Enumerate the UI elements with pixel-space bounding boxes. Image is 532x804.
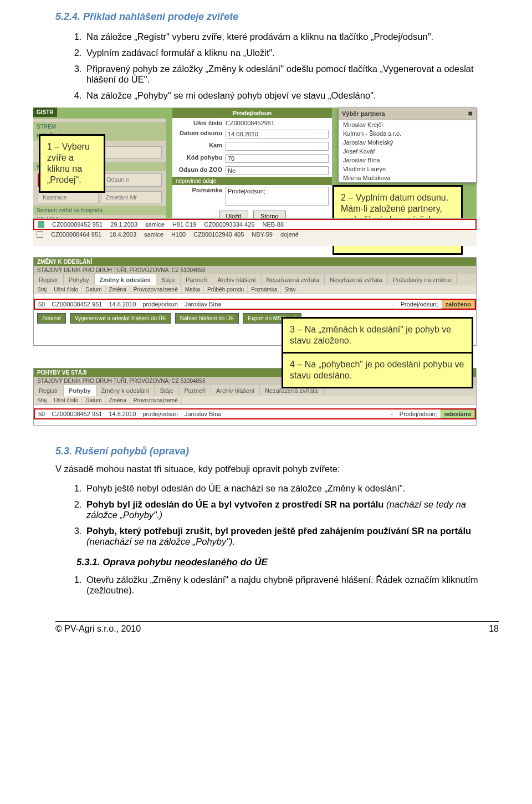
footer-copyright: © PV-Agri s.r.o., 2010 xyxy=(55,624,141,634)
step-2: Vyplním zadávací formulář a kliknu na „U… xyxy=(84,48,499,58)
tab-archiv[interactable]: Archiv hlášení xyxy=(212,274,261,285)
item-531-1: Otevřu záložku „Změny k odeslání" a najd… xyxy=(84,575,499,596)
p2-title: ZMĚNY K ODESLÁNÍ xyxy=(34,258,476,266)
datum-odsunu-input[interactable]: 14.08.2010 xyxy=(226,130,329,139)
status-badge-zalozeno: založeno xyxy=(442,300,475,309)
grid-row-selected[interactable]: CZ000008452 95129.1.2003samiceH81 C19CZ0… xyxy=(33,219,477,230)
kastrace-button[interactable]: Kastrace xyxy=(38,191,99,203)
p2-data-row[interactable]: 50CZ000008452 95114.8.2010prodej/odsunJa… xyxy=(34,299,476,310)
kod-pohybu-input[interactable]: 70 xyxy=(226,154,329,163)
nahled-button[interactable]: Náhled hlášení do ÚE xyxy=(175,313,239,324)
partner-item[interactable]: Kulmon - Škoda s.r.o. xyxy=(339,129,476,138)
partner-item[interactable]: Milena Mužáková xyxy=(339,173,476,182)
prodej-odsun-form: Prodej/odsun Ušní čísloCZ000008452951 Da… xyxy=(172,107,332,235)
p2-subtitle: STÁJOVÝ DENÍK PRO DRUH TUŘI, PROVOZOVNA:… xyxy=(34,266,476,274)
partner-item[interactable]: Josef Kovář xyxy=(339,147,476,156)
heading-524: 5.2.4. Příklad nahlášení prodeje zvířete xyxy=(55,11,499,23)
p3-thead: StájUšní čísloDatumZměnaProvozovna/země xyxy=(34,396,476,405)
p3-data-row[interactable]: 50CZ000008452 95114.8.2010prodej/odsunJa… xyxy=(34,408,476,419)
datum-odsunu-label: Datum odsunu xyxy=(176,130,226,139)
tab-nevyrazena[interactable]: Nevyřazená zvířata xyxy=(325,274,388,285)
list-53: Pohyb ještě nebyl odeslán do ÚE a nacház… xyxy=(55,483,499,547)
item-53-2: Pohyb byl již odeslán do ÚE a byl vytvoř… xyxy=(84,499,499,520)
annotation-3: 3 – Na „změnách k odeslání" je pohyb ve … xyxy=(282,317,473,354)
poznamka-label: Poznámka xyxy=(176,187,226,206)
tab-staje[interactable]: Stáje xyxy=(156,274,181,285)
heading-531: 5.3.1. Oprava pohybu neodeslaného do ÚE xyxy=(76,557,499,568)
partner-popup-title: Výběr partnera xyxy=(342,110,385,117)
p2-tabs: Registr Pohyby Změny k odeslání Stáje Pa… xyxy=(34,274,476,285)
form-title: Prodej/odsun xyxy=(172,108,332,118)
p2-thead: StájUšní čísloDatumZměnaProvozovna/zeměM… xyxy=(34,285,476,294)
panel-prodej-odsun: GISTR STREM H TUŘI, A Změny adné naro Pr… xyxy=(33,107,477,246)
checkbox-icon[interactable] xyxy=(38,221,44,228)
zmetani-button[interactable]: Zmetání Mr xyxy=(101,191,162,203)
annotation-4: 4 – Na „pohybech" je po odeslání pohybu … xyxy=(282,354,473,388)
zoo-label: Odsun do ZOO xyxy=(176,166,226,175)
tab-zmeny-k-odeslani[interactable]: Změny k odeslání xyxy=(95,274,156,285)
checkbox-icon[interactable] xyxy=(37,231,43,238)
step-4: Na záložce „Pohyby" se mi odeslaný pohyb… xyxy=(84,90,499,101)
tab-pohyby[interactable]: Pohyby xyxy=(64,385,96,396)
tab-registr[interactable]: Registr xyxy=(34,385,64,396)
list-531: Otevřu záložku „Změny k odeslání" a najd… xyxy=(55,575,499,596)
tab-archiv[interactable]: Archiv hlášení xyxy=(211,385,260,396)
item-53-3: Pohyb, který potřebuji zrušit, byl prove… xyxy=(84,526,499,547)
seznam-bar: Seznam zvířat na hospoda xyxy=(33,206,166,215)
close-icon[interactable]: ✖ xyxy=(468,110,473,117)
para-53-intro: V zásadě mohou nastat tři situace, kdy p… xyxy=(55,464,499,474)
kam-input[interactable] xyxy=(226,142,329,151)
item-53-1: Pohyb ještě nebyl odeslán do ÚE a nacház… xyxy=(84,483,499,494)
side-bar1: STREM xyxy=(33,122,166,131)
heading-53: 5.3. Rušení pohybů (oprava) xyxy=(55,445,499,457)
tab-nezarazena[interactable]: Nezařazená zvířata xyxy=(262,274,325,285)
odsun-button[interactable]: Odsun n xyxy=(101,173,162,187)
page-number: 18 xyxy=(489,624,499,634)
poznamka-input[interactable]: Prodej/odsun; xyxy=(226,187,329,206)
grid-row[interactable]: CZ000008464 95118.4.2003samiceH100CZ0001… xyxy=(33,230,477,239)
step-1: Na záložce „Registr" vyberu zvíře, které… xyxy=(84,32,499,42)
partner-item[interactable]: Jaroslav Bína xyxy=(339,156,476,165)
kod-pohybu-label: Kód pohybu xyxy=(176,154,226,163)
panel1-header: GISTR xyxy=(33,107,57,117)
tab-partneri[interactable]: Partneři xyxy=(179,385,211,396)
kam-label: Kam xyxy=(176,142,226,151)
zoo-select[interactable]: Ne xyxy=(226,166,329,175)
status-badge-odeslano: odesláno xyxy=(441,409,475,418)
vyber-partnera-popup: Výběr partnera ✖ Miroslav Krejčí Kulmon … xyxy=(338,107,477,183)
usni-cislo-label: Ušní číslo xyxy=(176,120,226,126)
partner-item[interactable]: Jaroslav Mohelský xyxy=(339,138,476,147)
steps-524-list: Na záložce „Registr" vyberu zvíře, které… xyxy=(55,32,499,101)
screenshot-composite: GISTR STREM H TUŘI, A Změny adné naro Pr… xyxy=(33,107,477,429)
tab-pohyby[interactable]: Pohyby xyxy=(64,274,95,285)
panel1-grid: CZ000008452 95129.1.2003samiceH81 C19CZ0… xyxy=(33,218,477,246)
tab-zmeny[interactable]: Změny k odeslání xyxy=(96,385,155,396)
page-footer: © PV-Agri s.r.o., 2010 18 xyxy=(55,621,499,634)
tab-partneri[interactable]: Partneři xyxy=(181,274,213,285)
step-3: Připravený pohyb ze záložky „Změny k ode… xyxy=(84,64,499,85)
usni-cislo-value: CZ000008452951 xyxy=(226,120,274,126)
partner-item[interactable]: Miroslav Krejčí xyxy=(339,120,476,129)
vygenerovat-button[interactable]: Vygenerovat a odeslat hlášení do ÚE xyxy=(70,313,171,324)
tab-pozadavky[interactable]: Požadavky na změnu xyxy=(388,274,457,285)
smazat-button[interactable]: Smazat xyxy=(37,313,66,324)
partner-item[interactable]: Vladimír Lauryn xyxy=(339,165,476,173)
nepovinne-udaje-bar: nepovinné údaje xyxy=(172,177,332,185)
tab-staje[interactable]: Stáje xyxy=(155,385,179,396)
annotation-1: 1 – Vyberu zvíře a kliknu na „Prodej". xyxy=(39,134,105,193)
tab-registr[interactable]: Registr xyxy=(34,274,64,285)
